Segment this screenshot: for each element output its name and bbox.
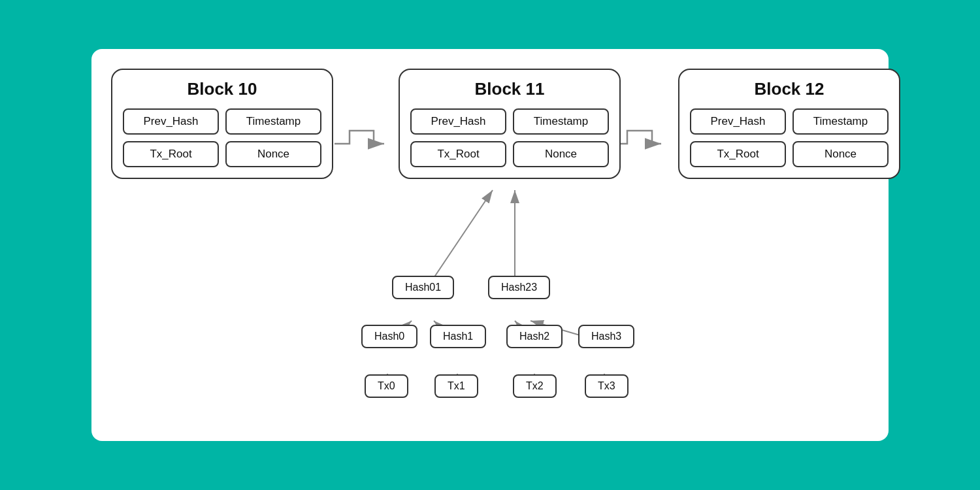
block-10-fields: Prev_Hash Timestamp Tx_Root Nonce <box>123 108 321 167</box>
merkle-tx0: Tx0 <box>365 374 408 398</box>
merkle-hash3: Hash3 <box>578 325 634 348</box>
block-12: Block 12 Prev_Hash Timestamp Tx_Root Non… <box>678 69 900 179</box>
block-10: Block 10 Prev_Hash Timestamp Tx_Root Non… <box>111 69 333 179</box>
merkle-hash23: Hash23 <box>488 276 550 299</box>
block-10-title: Block 10 <box>123 79 321 99</box>
block-10-prev-hash: Prev_Hash <box>123 108 219 135</box>
block-11-tx-root: Tx_Root <box>410 141 506 167</box>
block-11-fields: Prev_Hash Timestamp Tx_Root Nonce <box>410 108 609 167</box>
merkle-tx1: Tx1 <box>434 374 478 398</box>
block-11: Block 11 Prev_Hash Timestamp Tx_Root Non… <box>399 69 621 179</box>
merkle-tx2: Tx2 <box>513 374 557 398</box>
block-11-title: Block 11 <box>410 79 609 99</box>
merkle-hash1: Hash1 <box>430 325 486 348</box>
block-12-nonce: Nonce <box>792 141 889 167</box>
block-10-nonce: Nonce <box>225 141 321 167</box>
block-10-timestamp: Timestamp <box>225 108 321 135</box>
merkle-hash0: Hash0 <box>361 325 417 348</box>
block-12-title: Block 12 <box>690 79 889 99</box>
block-12-prev-hash: Prev_Hash <box>690 108 786 135</box>
block-12-fields: Prev_Hash Timestamp Tx_Root Nonce <box>690 108 889 167</box>
block-12-tx-root: Tx_Root <box>690 141 786 167</box>
block-11-prev-hash: Prev_Hash <box>410 108 506 135</box>
merkle-tx3: Tx3 <box>585 374 629 398</box>
block-10-tx-root: Tx_Root <box>123 141 219 167</box>
block-12-timestamp: Timestamp <box>792 108 889 135</box>
diagram-container: Block 10 Prev_Hash Timestamp Tx_Root Non… <box>91 49 889 441</box>
block-11-nonce: Nonce <box>513 141 609 167</box>
block-11-timestamp: Timestamp <box>513 108 609 135</box>
merkle-hash01: Hash01 <box>392 276 454 299</box>
merkle-hash2: Hash2 <box>506 325 563 348</box>
